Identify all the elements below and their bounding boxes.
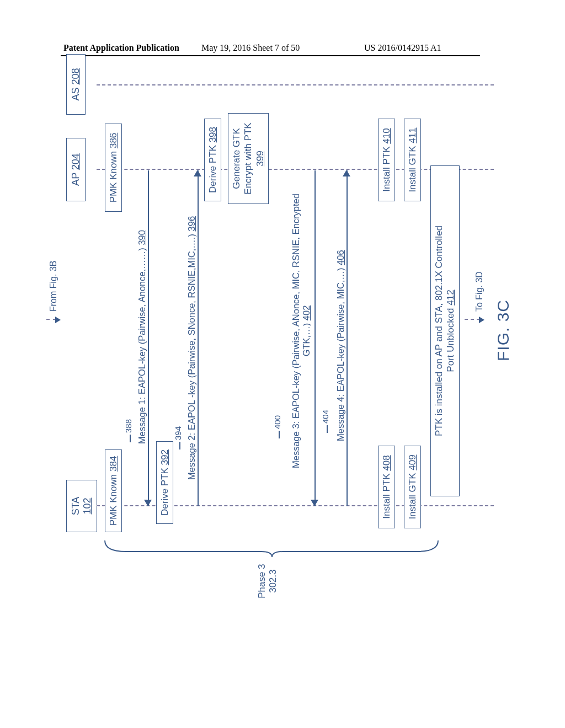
figure-caption: FIG. 3C [494, 299, 513, 361]
tick-400 [279, 431, 280, 438]
final-l1: PTK is installed on AP and STA, 802.1X C… [434, 226, 444, 436]
entity-ap-label: AP [70, 173, 81, 186]
install-ptk-ap-ref: 410 [381, 128, 392, 143]
entity-ap: AP 204 [66, 138, 86, 201]
to-fig-label: To Fig. 3D [475, 271, 484, 312]
message-4-label: Message 4: EAPOL-key (Pairwise, MIC,…) 4… [335, 250, 346, 441]
entity-as: AS 208 [66, 54, 86, 115]
lifeline-as [97, 84, 494, 85]
pmk-known-sta-text: PMK Known [108, 474, 119, 526]
message-3-label: Message 3: EAPOL-key (Pairwise, ANonce, … [291, 179, 312, 483]
header-right: US 2016/0142915 A1 [364, 43, 441, 53]
install-ptk-sta-ref: 408 [381, 455, 392, 470]
entity-as-label: AS [70, 88, 81, 101]
header-mid: May 19, 2016 Sheet 7 of 50 [201, 43, 300, 53]
install-ptk-ap-text: Install PTK [381, 146, 392, 191]
tick-394-label: 394 [173, 426, 183, 440]
gen-gtk-ref: 399 [255, 151, 265, 166]
from-connector-arrow [55, 317, 61, 323]
install-gtk-sta-text: Install GTK [407, 473, 418, 520]
entity-as-ref: 208 [70, 68, 81, 84]
tick-394 [179, 442, 180, 449]
box-derive-ptk-sta: Derive PTK 392 [156, 441, 173, 524]
message-2-label: Message 2: EAPOL -key (Pairwise, SNonce,… [186, 216, 197, 480]
phase-label: Phase 3 302.3 [257, 564, 279, 598]
derive-ptk-ap-text: Derive PTK [207, 145, 218, 193]
entity-sta-ref: 102 [82, 497, 93, 514]
install-ptk-sta-text: Install PTK [381, 473, 392, 518]
box-install-gtk-sta: Install GTK 409 [404, 446, 421, 528]
final-ref: 412 [445, 290, 456, 305]
box-pmk-known-ap: PMK Known 386 [105, 124, 122, 212]
derive-ptk-ap-ref: 398 [207, 127, 218, 142]
from-fig-label: From Fig. 3B [49, 261, 58, 312]
box-install-ptk-sta: Install PTK 408 [378, 446, 395, 528]
install-gtk-ap-ref: 411 [407, 127, 418, 143]
gen-gtk-l1: Generate GTK [231, 128, 242, 189]
final-l2: Port Unblocked [445, 308, 456, 372]
box-generate-gtk: Generate GTK Encrypt with PTK 399 [228, 113, 269, 204]
to-connector-line [465, 319, 480, 320]
entity-sta: STA 102 [66, 480, 97, 532]
pmk-known-ap-ref: 386 [108, 133, 119, 148]
tick-388 [130, 435, 131, 442]
message-1-label: Message 1: EAPOL-key (Pairwise, Anonce,…… [137, 230, 147, 444]
box-pmk-known-sta: PMK Known 384 [105, 449, 122, 532]
entity-sta-label: STA [70, 497, 81, 516]
box-install-gtk-ap: Install GTK 411 [404, 119, 421, 201]
install-gtk-ap-text: Install GTK [407, 146, 418, 192]
derive-ptk-sta-ref: 392 [159, 449, 170, 465]
box-derive-ptk-ap: Derive PTK 398 [204, 119, 221, 201]
header-rule [61, 55, 480, 56]
install-gtk-sta-ref: 409 [407, 454, 418, 470]
to-connector-arrow [479, 317, 484, 323]
tick-388-label: 388 [124, 419, 133, 433]
gen-gtk-l2: Encrypt with PTK [243, 122, 253, 194]
tick-400-label: 400 [273, 415, 282, 429]
pmk-known-ap-text: PMK Known [108, 151, 119, 203]
entity-ap-ref: 204 [70, 153, 81, 170]
box-install-ptk-ap: Install PTK 410 [378, 119, 395, 201]
pmk-known-sta-ref: 384 [108, 456, 119, 472]
phase-brace [104, 535, 440, 557]
phase-line2: 302.3 [268, 570, 278, 593]
phase-line1: Phase 3 [257, 564, 267, 598]
tick-404 [327, 425, 328, 433]
derive-ptk-sta-text: Derive PTK [159, 468, 170, 516]
box-final: PTK is installed on AP and STA, 802.1X C… [430, 165, 460, 496]
header-left: Patent Application Publication [63, 43, 179, 53]
sequence-diagram: From Fig. 3B STA 102 AP 204 AS 208 PMK K… [72, 116, 565, 540]
tick-404-label: 404 [321, 410, 330, 424]
